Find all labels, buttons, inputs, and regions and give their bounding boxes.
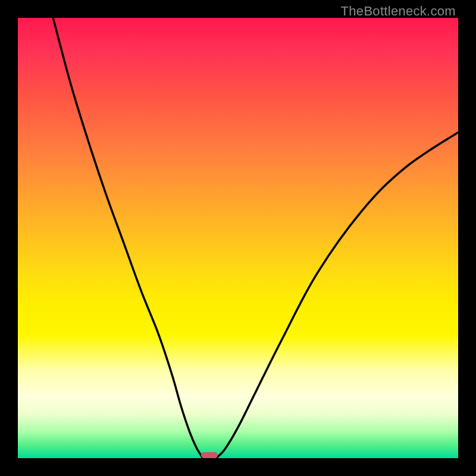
chart-frame: TheBottleneck.com: [0, 0, 476, 476]
bottleneck-marker: [201, 452, 218, 458]
watermark-text: TheBottleneck.com: [341, 4, 456, 19]
curve-left: [53, 18, 203, 458]
plot-area: [18, 18, 458, 458]
curves-svg: [18, 18, 458, 458]
curve-right: [216, 132, 458, 458]
